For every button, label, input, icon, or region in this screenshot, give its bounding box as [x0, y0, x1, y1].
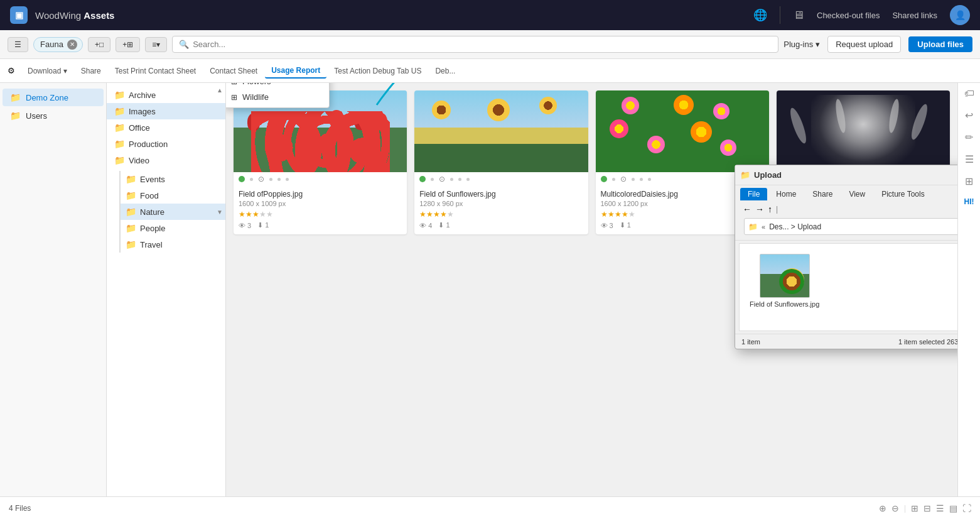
image-card-sunflowers[interactable]: ⊙ Field of Sunflowers.jpg 1280 x 960 px … [414, 90, 588, 234]
contact-sheet-button[interactable]: Contact Sheet [203, 64, 264, 78]
subfolder-item-flowers[interactable]: ⊞ Flowers [226, 83, 329, 89]
tag-dot-poppies [239, 176, 245, 182]
win-address-bar: 📁 « Des... > Upload ↻ 🔍 Search Upload [744, 218, 957, 235]
card-dot [250, 178, 253, 181]
folder-item-events[interactable]: 📁 Events [121, 171, 225, 187]
folder-icon: 📁 [126, 207, 136, 217]
view-mode-fit-btn[interactable]: ⛶ [962, 503, 971, 513]
sidebar-item-demo-zone[interactable]: 📁 Demo Zone [3, 89, 104, 106]
folder-icon: 📁 [126, 239, 136, 249]
share-button[interactable]: Share [75, 64, 107, 78]
win-tab-file[interactable]: File [740, 188, 767, 200]
action-bar: ⚙ Download ▾ Share Test Print Contact Sh… [0, 59, 980, 83]
breadcrumb-close-icon[interactable]: ✕ [67, 40, 77, 50]
settings-icon[interactable]: ⚙ [8, 66, 15, 75]
folder-item-travel[interactable]: 📁 Travel [121, 236, 225, 253]
shared-links-link[interactable]: Shared links [892, 11, 937, 20]
undo-icon[interactable]: ↩ [965, 109, 973, 121]
card-dot [458, 178, 461, 181]
subfolder-item-wildlife[interactable]: ⊞ Wildlife [226, 89, 329, 105]
view-mode-list-btn[interactable]: ☰ [936, 503, 944, 513]
folder-item-food[interactable]: 📁 Food [121, 187, 225, 204]
card-meta: 👁 4 ⬇ 1 [419, 221, 583, 229]
win-forward-btn[interactable]: → [755, 204, 764, 214]
win-back-btn[interactable]: ← [743, 204, 751, 214]
debug-button[interactable]: Deb... [429, 64, 461, 78]
image-thumb-daisies [596, 90, 769, 172]
folder-label-video: Video [129, 156, 149, 165]
usage-report-button[interactable]: Usage Report [265, 63, 326, 79]
bottom-bar-right: ⊕ ⊖ | ⊞ ⊟ ☰ ▤ ⛶ [879, 503, 971, 513]
view-mode-medium-btn[interactable]: ⊟ [923, 503, 931, 513]
win-tab-home[interactable]: Home [768, 188, 804, 200]
card-title: Field ofPoppies.jpg [239, 190, 402, 199]
tag-icon[interactable]: 🏷 [964, 88, 974, 99]
search-box: 🔍 [172, 36, 778, 53]
scroll-up-arrow[interactable]: ▲ [217, 87, 223, 94]
plugins-button[interactable]: Plug-ins ▾ [783, 40, 820, 49]
checked-out-files-link[interactable]: Checked-out files [817, 11, 880, 20]
download-button[interactable]: Download ▾ [21, 64, 73, 78]
win-sep: | [776, 205, 778, 214]
win-toolbar: ← → ↑ | [740, 203, 957, 216]
win-file-item-sunflowers[interactable]: Field of Sunflowers.jpg [747, 251, 822, 310]
win-addr-path[interactable]: Des... > Upload [769, 222, 957, 231]
search-input[interactable] [193, 40, 772, 49]
card-dot [648, 178, 651, 181]
folder-icon: 📁 [114, 139, 125, 149]
app-logo-icon: ▣ [10, 6, 28, 24]
app-logo-text: WoodWing Assets [35, 10, 114, 21]
main-toolbar: ☰ Fauna ✕ +□ +⊞ ≡▾ 🔍 Plug-ins ▾ Request … [0, 30, 980, 59]
edit-icon[interactable]: ✏ [965, 131, 973, 143]
folder-item-office[interactable]: 📁 Office [107, 119, 225, 136]
win-folder-icon: 📁 [748, 222, 758, 231]
view-mode-large-btn[interactable]: ⊞ [911, 503, 918, 513]
win-title-bar: 📁 Upload ─ □ ✕ [735, 165, 957, 185]
win-tab-picture-tools[interactable]: Picture Tools [874, 188, 932, 200]
windows-upload-dialog: 📁 Upload ─ □ ✕ File Home Share View Pict… [735, 165, 957, 349]
request-upload-button[interactable]: Request upload [827, 36, 901, 53]
monitor-icon[interactable]: 🖥 [793, 9, 804, 22]
sidebar-item-users[interactable]: 📁 Users [3, 107, 104, 124]
card-dot [632, 178, 635, 181]
grid-icon[interactable]: ⊞ [965, 175, 973, 187]
target-icon[interactable]: ⊙ [258, 175, 264, 183]
test-action-debug-tab-button[interactable]: Test Action Debug Tab US [328, 64, 428, 78]
card-dot [612, 178, 615, 181]
sidebar-toggle-button[interactable]: ☰ [8, 37, 28, 52]
download-count: ⬇ 1 [438, 221, 450, 229]
folder-label-archive: Archive [129, 90, 156, 100]
new-collection-button[interactable]: +⊞ [116, 37, 140, 52]
toolbar-right: Plug-ins ▾ Request upload Upload files [783, 36, 972, 53]
folder-item-images[interactable]: 📁 Images [107, 103, 225, 119]
scroll-down-arrow[interactable]: ▼ [217, 209, 223, 216]
win-up-btn[interactable]: ↑ [768, 204, 772, 214]
upload-files-button[interactable]: Upload files [908, 36, 972, 52]
view-mode-detail-btn[interactable]: ▤ [949, 503, 957, 513]
view-count: 👁 3 [601, 222, 613, 229]
target-icon[interactable]: ⊙ [439, 175, 445, 183]
target-icon[interactable]: ⊙ [620, 175, 627, 183]
sort-button[interactable]: ≡▾ [145, 37, 167, 52]
test-print-contact-sheet-button[interactable]: Test Print Contact Sheet [109, 64, 202, 78]
main-layout: 📁 Demo Zone 📁 Users 📁 Archive 📁 Images 📁… [0, 83, 980, 519]
hi-button[interactable]: HI! [964, 197, 974, 206]
folder-item-nature[interactable]: 📁 Nature [121, 204, 225, 220]
new-folder-button[interactable]: +□ [88, 37, 110, 52]
globe-icon[interactable]: 🌐 [753, 8, 767, 22]
zoom-in-icon[interactable]: ⊕ [879, 503, 886, 513]
list-icon[interactable]: ☰ [965, 153, 974, 165]
image-card-poppies[interactable]: ⊙ Field ofPoppies.jpg 1600 x 1009 px ★★★… [234, 90, 407, 234]
win-tab-view[interactable]: View [841, 188, 873, 200]
card-toolbar-sunflowers: ⊙ [414, 172, 588, 186]
folder-item-people[interactable]: 📁 People [121, 220, 225, 236]
zoom-out-icon[interactable]: ⊖ [891, 503, 899, 513]
user-avatar[interactable]: 👤 [950, 5, 970, 25]
folder-item-archive[interactable]: 📁 Archive [107, 87, 225, 103]
win-tab-share[interactable]: Share [805, 188, 840, 200]
card-info-poppies: Field ofPoppies.jpg 1600 x 1009 px ★★★★★… [234, 186, 407, 234]
folder-item-video[interactable]: 📁 Video [107, 152, 225, 168]
card-dims: 1600 x 1009 px [239, 200, 402, 207]
folder-item-production[interactable]: 📁 Production [107, 136, 225, 152]
folder-label-food: Food [140, 191, 159, 200]
